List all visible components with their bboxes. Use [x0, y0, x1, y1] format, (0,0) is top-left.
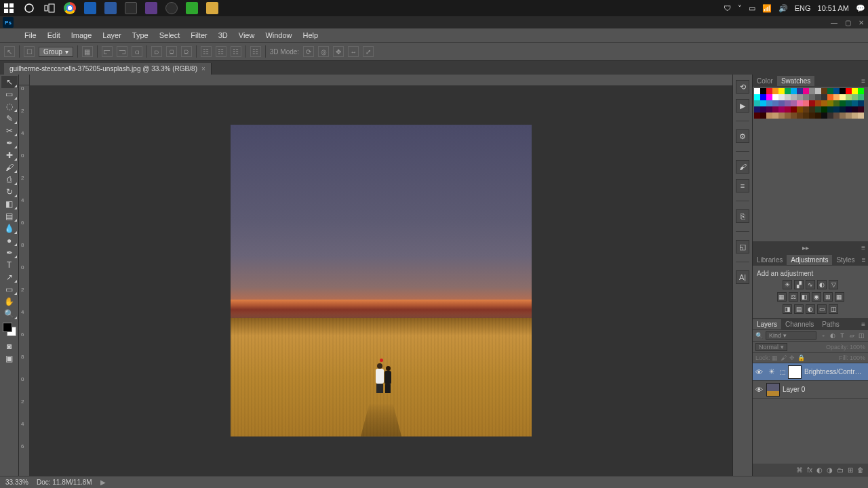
start-button[interactable] [3, 2, 15, 14]
swatch[interactable] [858, 88, 864, 94]
swatch[interactable] [766, 106, 772, 113]
auto-select-dropdown[interactable]: Group▾ [39, 47, 73, 57]
document-tab[interactable]: guilherme-steccanella-375205-unsplash.jp… [4, 63, 212, 75]
vibrance-adj-icon[interactable]: ▽ [829, 280, 838, 289]
swatch[interactable] [754, 88, 760, 94]
swatch[interactable] [852, 94, 858, 100]
swatch[interactable] [833, 113, 840, 119]
channels-tab[interactable]: Channels [781, 319, 818, 329]
swatch[interactable] [821, 113, 827, 119]
menu-type[interactable]: Type [127, 30, 154, 41]
swatch[interactable] [785, 113, 791, 119]
filter-pixel-icon[interactable]: ▫ [819, 331, 827, 340]
layer-mask-icon[interactable]: ◐ [816, 466, 823, 474]
clone-source-panel-icon[interactable]: ⎘ [736, 209, 749, 223]
move-tool-preset-icon[interactable]: ↖ [4, 46, 15, 57]
canvas[interactable] [30, 85, 732, 476]
hand-tool[interactable]: ✋ [1, 296, 18, 308]
swatch[interactable] [760, 100, 766, 106]
swatch[interactable] [833, 88, 840, 94]
swatch[interactable] [852, 88, 858, 94]
bw-adj-icon[interactable]: ◧ [800, 292, 810, 302]
layers-tab[interactable]: Layers [753, 319, 781, 329]
filter-type-icon[interactable]: T [838, 331, 846, 340]
layers-panel-menu-icon[interactable]: ≡ [859, 321, 868, 328]
swatch[interactable] [840, 100, 846, 106]
app-taskbar-icon-2[interactable] [145, 2, 157, 14]
swatch[interactable] [852, 106, 858, 113]
app-taskbar-icon-4[interactable] [186, 2, 198, 14]
swatch[interactable] [766, 113, 772, 119]
swatch[interactable] [778, 88, 785, 94]
quick-mask-toggle[interactable]: ◙ [1, 340, 18, 352]
swatch[interactable] [815, 88, 821, 94]
color-tab[interactable]: Color [753, 76, 777, 86]
swatch[interactable] [797, 113, 803, 119]
swatch[interactable] [833, 94, 840, 100]
swatch[interactable] [846, 88, 852, 94]
doc-info[interactable]: Doc: 11.8M/11.8M [37, 479, 92, 486]
type-tool[interactable]: T [1, 259, 18, 271]
crop-tool[interactable]: ✂ [1, 125, 18, 137]
swatch[interactable] [785, 106, 791, 113]
layer-filter-kind[interactable]: Kind ▾ [766, 331, 816, 340]
swatch[interactable] [754, 94, 760, 100]
libraries-tab[interactable]: Libraries [753, 255, 787, 265]
blur-tool[interactable]: 💧 [1, 222, 18, 235]
swatch[interactable] [754, 100, 760, 106]
tray-battery-icon[interactable]: ▭ [749, 4, 755, 13]
swatch[interactable] [772, 94, 778, 100]
swatch[interactable] [803, 100, 809, 106]
swatch[interactable] [821, 106, 827, 113]
swatch[interactable] [754, 106, 760, 113]
menu-select[interactable]: Select [154, 30, 186, 41]
minimize-button[interactable]: — [827, 16, 841, 28]
swatch[interactable] [846, 113, 852, 119]
distribute-1-icon[interactable]: ☷ [201, 46, 212, 57]
swatch[interactable] [803, 94, 809, 100]
gradient-tool[interactable]: ▤ [1, 210, 18, 222]
swatch[interactable] [785, 100, 791, 106]
filter-adj-icon[interactable]: ◐ [829, 331, 837, 340]
tray-wifi-icon[interactable]: 📶 [762, 4, 772, 13]
lock-pos-icon[interactable]: ✥ [789, 354, 795, 361]
layer-thumbnail[interactable] [766, 383, 780, 396]
swatch[interactable] [858, 106, 864, 113]
swatch[interactable] [772, 100, 778, 106]
layer-name[interactable]: Layer 0 [783, 386, 865, 393]
swatch[interactable] [791, 94, 797, 100]
distribute-2-icon[interactable]: ☷ [216, 46, 226, 57]
swatch[interactable] [827, 94, 833, 100]
swatch[interactable] [809, 113, 815, 119]
layer-mask-thumb[interactable] [788, 365, 802, 379]
swatch[interactable] [840, 94, 846, 100]
explorer-taskbar-icon[interactable] [206, 2, 218, 14]
healing-tool[interactable]: ✚ [1, 149, 18, 161]
gradient-map-adj-icon[interactable]: ▭ [817, 304, 827, 314]
brush-presets-panel-icon[interactable]: ≡ [736, 179, 749, 192]
swatch[interactable] [827, 106, 833, 113]
eraser-tool[interactable]: ◧ [1, 198, 18, 210]
menu-help[interactable]: Help [298, 30, 324, 41]
app-taskbar-icon-1[interactable] [125, 2, 137, 14]
panel-menu-icon[interactable]: ≡ [859, 244, 868, 251]
distribute-4-icon[interactable]: ☷ [250, 46, 261, 57]
new-layer-icon[interactable]: ⊞ [848, 466, 853, 474]
layer-visibility-icon[interactable]: 👁 [755, 368, 764, 376]
swatch[interactable] [778, 100, 785, 106]
swatch[interactable] [797, 100, 803, 106]
invert-adj-icon[interactable]: ◨ [783, 304, 792, 314]
blend-mode-select[interactable]: Normal ▾ [755, 343, 787, 351]
channel-mixer-adj-icon[interactable]: ⊞ [823, 292, 833, 302]
quick-select-tool[interactable]: ✎ [1, 113, 18, 125]
swatch[interactable] [791, 113, 797, 119]
marquee-tool[interactable]: ▭ [1, 88, 18, 100]
brightness-adj-icon[interactable]: ☀ [783, 280, 792, 289]
tray-shield-icon[interactable]: 🛡 [724, 4, 731, 12]
lock-image-icon[interactable]: 🖌 [781, 354, 787, 361]
link-layers-icon[interactable]: ⌘ [796, 466, 803, 474]
swatch[interactable] [821, 94, 827, 100]
posterize-adj-icon[interactable]: ▤ [794, 304, 804, 314]
swatch[interactable] [760, 106, 766, 113]
taskview-icon[interactable] [43, 2, 56, 14]
